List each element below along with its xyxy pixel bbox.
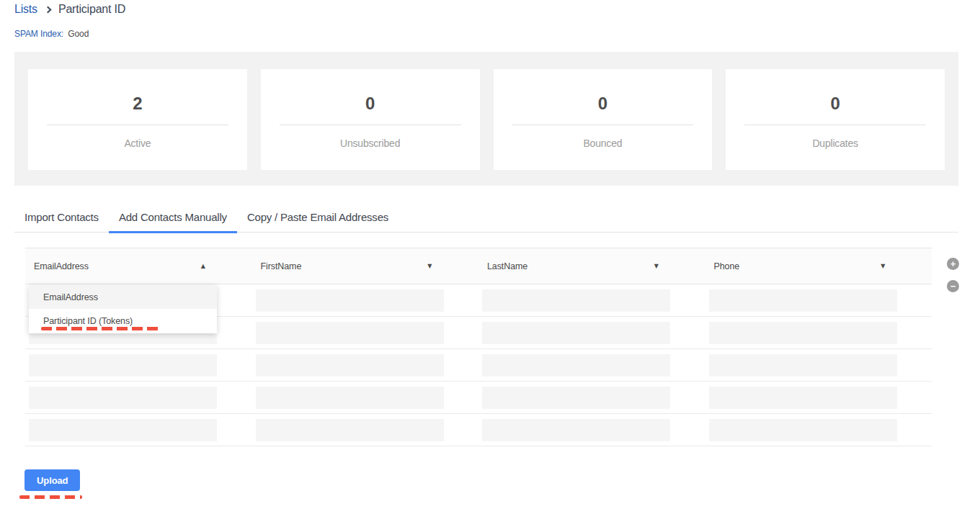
table-cell — [478, 414, 705, 446]
email-input[interactable] — [29, 419, 217, 441]
minus-icon: − — [950, 281, 956, 291]
table-cell — [705, 414, 932, 446]
stat-label: Duplicates — [812, 138, 858, 149]
dropdown-option-participant-id-tokens[interactable]: Participant ID (Tokens) — [29, 309, 217, 333]
divider — [47, 125, 228, 125]
stat-card-bounced: 0 Bounced — [494, 69, 713, 170]
firstname-input[interactable] — [256, 419, 444, 441]
chevron-right-icon — [44, 6, 51, 13]
lastname-input[interactable] — [482, 289, 670, 312]
remove-row-button[interactable]: − — [947, 280, 959, 292]
stat-value: 0 — [830, 95, 839, 112]
firstname-input[interactable] — [256, 289, 444, 312]
caret-down-icon: ▼ — [427, 263, 432, 269]
stat-card-active: 2 Active — [28, 69, 247, 170]
annotation-dashed-underline — [41, 327, 161, 330]
table-header-row: EmailAddress ▲ FirstName ▼ LastName ▼ Ph… — [25, 248, 932, 284]
column-header: EmailAddress ▲ — [25, 248, 252, 284]
table-cell — [478, 284, 705, 316]
contacts-table: EmailAddress ▲ FirstName ▼ LastName ▼ Ph… — [25, 248, 932, 446]
upload-button[interactable]: Upload — [24, 469, 80, 491]
add-row-button[interactable]: + — [947, 258, 959, 270]
stat-label: Active — [124, 138, 151, 149]
table-cell — [478, 349, 705, 381]
divider — [280, 125, 461, 125]
email-input[interactable] — [29, 354, 217, 377]
dropdown-option-label: Participant ID (Tokens) — [43, 316, 133, 326]
column-select-phone[interactable]: Phone ▼ — [709, 248, 897, 284]
tab-copy-paste-email-addresses[interactable]: Copy / Paste Email Addresses — [237, 209, 398, 233]
column-select-lastname[interactable]: LastName ▼ — [482, 248, 670, 284]
divider — [512, 125, 693, 125]
table-cell — [705, 317, 932, 348]
row-controls: + − — [947, 258, 959, 292]
tab-import-contacts[interactable]: Import Contacts — [14, 209, 109, 233]
participant-list-page: Lists Participant ID SPAM Index: Good 2 … — [0, 0, 980, 509]
spam-index-label: SPAM Index: — [14, 29, 63, 39]
spam-index: SPAM Index: Good — [14, 29, 89, 39]
column-select-label: LastName — [487, 261, 527, 271]
column-select-emailaddress[interactable]: EmailAddress ▲ — [29, 248, 217, 284]
table-cell — [705, 284, 932, 316]
stat-value: 0 — [365, 95, 375, 112]
table-cell — [25, 349, 252, 381]
table-row — [25, 349, 932, 382]
table-cell — [705, 349, 932, 381]
phone-input[interactable] — [709, 322, 897, 344]
phone-input[interactable] — [709, 387, 897, 409]
stat-label: Unsubscribed — [340, 138, 400, 149]
plus-icon: + — [950, 259, 956, 269]
column-header: LastName ▼ — [478, 248, 705, 284]
breadcrumb-lists-link[interactable]: Lists — [14, 3, 37, 16]
phone-input[interactable] — [709, 354, 897, 377]
column-select-label: Phone — [714, 261, 740, 271]
table-cell — [252, 317, 479, 348]
table-row — [25, 382, 932, 414]
table-cell — [705, 382, 932, 413]
column-dropdown-menu: EmailAddress Participant ID (Tokens) — [29, 285, 217, 333]
table-cell — [252, 414, 479, 446]
table-cell — [252, 284, 479, 316]
caret-down-icon: ▼ — [654, 263, 659, 269]
spam-index-value: Good — [68, 29, 89, 39]
column-select-firstname[interactable]: FirstName ▼ — [256, 248, 444, 284]
firstname-input[interactable] — [256, 354, 444, 377]
stat-card-duplicates: 0 Duplicates — [726, 69, 945, 170]
breadcrumb: Lists Participant ID — [14, 3, 125, 16]
firstname-input[interactable] — [256, 322, 444, 344]
table-cell — [478, 317, 705, 348]
table-cell — [25, 414, 252, 446]
tab-bar: Import Contacts Add Contacts Manually Co… — [14, 209, 958, 233]
tab-add-contacts-manually[interactable]: Add Contacts Manually — [109, 209, 237, 233]
phone-input[interactable] — [709, 289, 897, 312]
table-row — [25, 414, 932, 446]
lastname-input[interactable] — [482, 354, 670, 377]
caret-up-icon: ▲ — [201, 263, 205, 269]
stat-card-unsubscribed: 0 Unsubscribed — [261, 69, 480, 170]
annotation-dashed-underline — [19, 495, 82, 499]
stat-value: 2 — [133, 95, 142, 112]
caret-down-icon: ▼ — [881, 263, 885, 269]
lastname-input[interactable] — [482, 387, 670, 409]
email-input[interactable] — [29, 387, 217, 409]
table-cell — [478, 382, 705, 413]
lastname-input[interactable] — [482, 322, 670, 344]
column-header: FirstName ▼ — [252, 248, 479, 284]
lastname-input[interactable] — [482, 419, 670, 441]
table-cell — [252, 382, 479, 413]
firstname-input[interactable] — [256, 387, 444, 409]
breadcrumb-current-page: Participant ID — [58, 3, 125, 16]
column-header: Phone ▼ — [705, 248, 932, 284]
stat-label: Bounced — [583, 138, 622, 149]
dropdown-option-emailaddress[interactable]: EmailAddress — [29, 285, 217, 309]
column-select-label: EmailAddress — [34, 261, 89, 271]
table-cell — [252, 349, 479, 381]
phone-input[interactable] — [709, 419, 897, 441]
stats-panel: 2 Active 0 Unsubscribed 0 Bounced 0 Dupl… — [14, 52, 958, 186]
column-select-label: FirstName — [261, 261, 302, 271]
table-cell — [25, 382, 252, 413]
stat-value: 0 — [598, 95, 607, 112]
divider — [744, 125, 926, 125]
